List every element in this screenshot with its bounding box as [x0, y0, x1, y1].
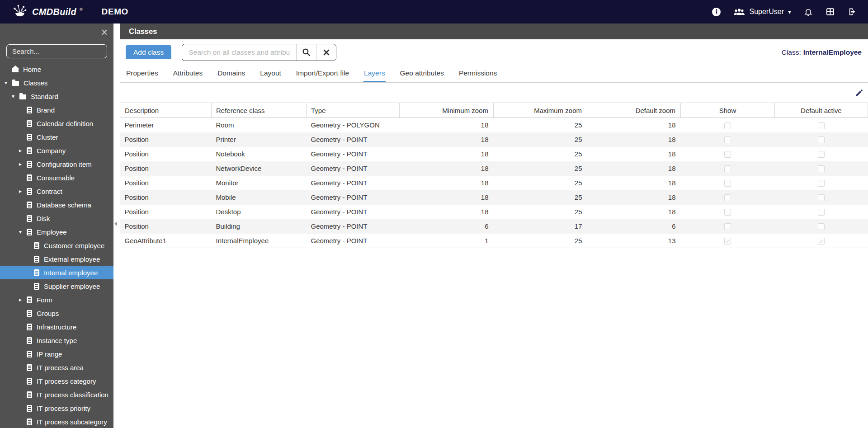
tree-caret-icon[interactable] — [12, 94, 19, 99]
sidebar-tree-item[interactable]: Calendar definition — [0, 117, 113, 130]
default-active-checkbox[interactable] — [818, 194, 825, 201]
show-checkbox[interactable] — [724, 209, 731, 216]
tab[interactable]: Geo attributes — [400, 65, 444, 82]
column-header-description[interactable]: Description — [120, 103, 212, 118]
default-active-checkbox[interactable] — [818, 122, 825, 129]
tab[interactable]: Layers — [363, 65, 386, 82]
table-row[interactable]: GeoAttribute1 InternalEmployee Geometry … — [120, 234, 868, 248]
tab[interactable]: Attributes — [173, 65, 203, 82]
tree-item-label: Configuration item — [37, 160, 92, 168]
show-checkbox[interactable] — [724, 165, 731, 172]
tab[interactable]: Permissions — [458, 65, 497, 82]
tree-caret-icon[interactable] — [5, 80, 12, 85]
sidebar-tree-item[interactable]: IT process priority — [0, 401, 113, 415]
sidebar-tree-item[interactable]: IP range — [0, 347, 113, 361]
show-checkbox[interactable] — [724, 223, 731, 230]
tab[interactable]: Import/Export file — [296, 65, 349, 82]
sidebar-tree-item[interactable]: Instance type — [0, 334, 113, 347]
sidebar-tree-item[interactable]: Contract — [0, 184, 113, 198]
default-active-checkbox[interactable] — [818, 223, 825, 230]
table-row[interactable]: Position NetworkDevice Geometry - POINT … — [120, 161, 868, 176]
table-row[interactable]: Position Monitor Geometry - POINT 18 25 … — [120, 176, 868, 190]
clear-search-button[interactable] — [316, 44, 336, 61]
default-active-checkbox[interactable] — [818, 180, 825, 187]
class-search-input[interactable] — [182, 44, 296, 61]
show-checkbox[interactable] — [724, 238, 731, 245]
close-icon[interactable] — [101, 27, 108, 38]
sidebar-tree-item[interactable]: Employee — [0, 225, 113, 239]
sidebar-tree-item[interactable]: IT process subcategory — [0, 415, 113, 428]
tree-item-label: Contract — [37, 188, 62, 195]
sidebar-tree-item[interactable]: Company — [0, 144, 113, 157]
sidebar-tree-item[interactable]: Groups — [0, 306, 113, 320]
sidebar-tree-item[interactable]: Cluster — [0, 130, 113, 144]
user-menu[interactable]: SuperUser — [733, 8, 791, 16]
sidebar-tree-item[interactable]: Brand — [0, 103, 113, 117]
sidebar-search-input[interactable] — [6, 44, 107, 58]
show-checkbox[interactable] — [724, 151, 731, 158]
sidebar-tree-item[interactable]: Consumable — [0, 171, 113, 184]
show-checkbox[interactable] — [724, 194, 731, 201]
search-button[interactable] — [297, 44, 316, 61]
default-active-checkbox[interactable] — [818, 136, 825, 143]
grid-view-icon[interactable] — [826, 7, 835, 16]
sidebar-tree-item[interactable]: Standard — [0, 89, 113, 103]
add-class-button[interactable]: Add class — [126, 45, 171, 59]
cell-type: Geometry - POINT — [307, 176, 400, 190]
show-checkbox[interactable] — [724, 122, 731, 129]
sidebar-tree-item[interactable]: Home — [0, 62, 113, 76]
column-header-default-zoom[interactable]: Default zoom — [587, 103, 681, 118]
table-row[interactable]: Position Building Geometry - POINT 6 17 … — [120, 219, 868, 234]
tree-caret-icon[interactable] — [19, 297, 27, 302]
tree-caret-icon[interactable] — [19, 161, 27, 167]
column-header-type[interactable]: Type — [307, 103, 400, 118]
info-icon[interactable] — [712, 8, 721, 16]
sidebar-tree-item[interactable]: IT process category — [0, 374, 113, 388]
sidebar-collapse-handle[interactable] — [114, 221, 117, 226]
column-header-reference-class[interactable]: Reference class — [212, 103, 307, 118]
cell-reference-class: Notebook — [212, 147, 307, 161]
sidebar-tree-item[interactable]: Internal employee — [0, 266, 113, 279]
default-active-checkbox[interactable] — [818, 151, 825, 158]
column-header-maximum-zoom[interactable]: Maximum zoom — [494, 103, 587, 118]
column-header-default-active[interactable]: Default active — [775, 103, 868, 118]
table-row[interactable]: Position Desktop Geometry - POINT 18 25 … — [120, 205, 868, 219]
tab[interactable]: Domains — [217, 65, 245, 82]
default-active-checkbox[interactable] — [818, 209, 825, 216]
sidebar-tree-item[interactable]: Database schema — [0, 198, 113, 212]
tab[interactable]: Layout — [259, 65, 282, 82]
tree-caret-icon[interactable] — [19, 148, 27, 153]
sidebar-tree-item[interactable]: External employee — [0, 252, 113, 266]
default-active-checkbox[interactable] — [818, 165, 825, 172]
sidebar-tree-item[interactable]: IT process area — [0, 361, 113, 374]
sidebar-tree-item[interactable]: Disk — [0, 212, 113, 225]
column-header-show[interactable]: Show — [681, 103, 775, 118]
notifications-bell-icon[interactable] — [804, 7, 813, 17]
table-row[interactable]: Perimeter Room Geometry - POLYGON 18 25 … — [120, 118, 868, 132]
cell-reference-class: Monitor — [212, 176, 307, 190]
sidebar-tree-item[interactable]: Infrastructure — [0, 320, 113, 334]
sidebar-tree-item[interactable]: Configuration item — [0, 157, 113, 171]
tree-caret-icon[interactable] — [19, 188, 27, 194]
default-active-checkbox[interactable] — [818, 238, 825, 245]
sidebar-tree-item[interactable]: Classes — [0, 76, 113, 89]
class-label-value: InternalEmployee — [803, 48, 862, 56]
table-row[interactable]: Position Printer Geometry - POINT 18 25 … — [120, 132, 868, 147]
sidebar-tree-item[interactable]: IT process classification — [0, 388, 113, 401]
table-row[interactable]: Position Notebook Geometry - POINT 18 25… — [120, 147, 868, 161]
tab[interactable]: Properties — [126, 65, 159, 82]
app-logo[interactable]: CMDBuild ® — [11, 4, 83, 20]
show-checkbox[interactable] — [724, 180, 731, 187]
edit-button[interactable] — [854, 88, 864, 99]
table-row[interactable]: Position Mobile Geometry - POINT 18 25 1… — [120, 190, 868, 205]
chevron-down-icon — [788, 8, 791, 16]
info-circle-glyph — [712, 8, 721, 16]
logout-icon[interactable] — [848, 7, 857, 16]
tree-caret-icon[interactable] — [19, 229, 27, 235]
show-checkbox[interactable] — [724, 136, 731, 143]
sidebar-tree-item[interactable]: Customer employee — [0, 239, 113, 252]
sidebar-tree-item[interactable]: Supplier employee — [0, 279, 113, 293]
column-header-minimum-zoom[interactable]: Minimum zoom — [400, 103, 494, 118]
sidebar-tree-item[interactable]: Form — [0, 293, 113, 306]
clear-x-icon — [323, 49, 330, 56]
